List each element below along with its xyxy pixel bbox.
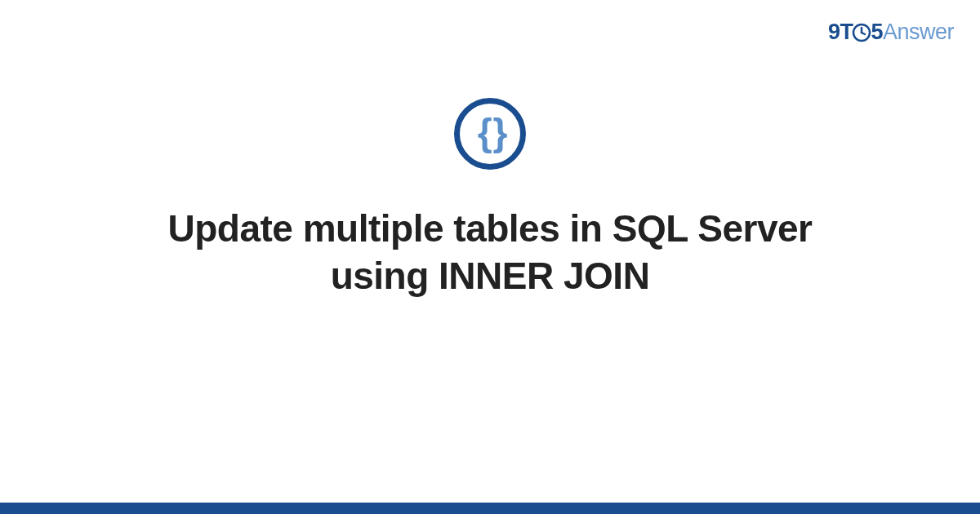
braces-glyph: { } <box>478 113 503 151</box>
logo-text-9t: 9T <box>828 20 853 45</box>
footer-accent-bar <box>0 503 980 514</box>
svg-line-2 <box>862 33 865 34</box>
clock-icon <box>852 23 871 42</box>
logo-text-answer: Answer <box>883 20 954 45</box>
main-content: { } Update multiple tables in SQL Server… <box>0 98 980 299</box>
code-braces-icon: { } <box>454 98 526 170</box>
site-logo[interactable]: 9T 5 Answer <box>828 20 954 45</box>
page-title: Update multiple tables in SQL Server usi… <box>122 206 858 299</box>
logo-text-5: 5 <box>871 20 883 45</box>
